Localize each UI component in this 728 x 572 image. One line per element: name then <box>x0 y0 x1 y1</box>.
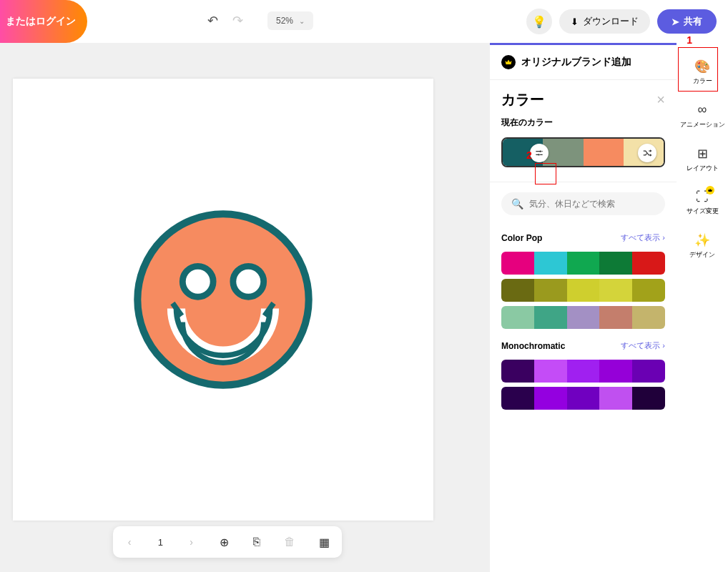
add-page-icon[interactable]: ⊕ <box>220 536 229 549</box>
current-color-label: 現在のカラー <box>490 114 677 132</box>
svg-point-1 <box>182 266 213 297</box>
category-color-pop: Color Pop <box>501 233 542 243</box>
palette-mono-2[interactable] <box>501 387 665 410</box>
edit-color-button[interactable] <box>530 144 549 162</box>
palette-pop-3[interactable] <box>501 306 665 329</box>
login-button[interactable]: またはログイン <box>0 0 87 43</box>
share-button[interactable]: ➤ 共有 <box>657 9 717 34</box>
download-label: ダウンロード <box>583 15 639 28</box>
page-navigation: ‹ 1 › ⊕ ⎘ 🗑 ▦ <box>113 526 342 558</box>
right-rail: 🎨 カラー ∞ アニメーション ⊞ レイアウト ⛶ サイズ変更 ✨ デザイン <box>677 43 728 572</box>
redo-icon: ↷ <box>232 13 243 29</box>
shuffle-color-button[interactable] <box>638 144 656 162</box>
next-page-button[interactable]: › <box>187 533 196 551</box>
sliders-icon <box>534 148 544 158</box>
rail-color[interactable]: 🎨 カラー <box>677 51 728 95</box>
zoom-dropdown[interactable]: 52% ⌄ <box>267 11 313 30</box>
shuffle-icon <box>642 148 652 158</box>
rail-layout[interactable]: ⊞ レイアウト <box>677 139 728 182</box>
close-icon[interactable]: × <box>656 92 665 108</box>
svg-point-5 <box>540 151 541 152</box>
right-panel: オリジナルブランド追加 カラー × 現在のカラー 🔍 Color Pop すべて… <box>490 43 677 572</box>
crown-badge-icon <box>501 55 516 69</box>
smiley-graphic[interactable] <box>133 209 313 390</box>
grid-view-icon[interactable]: ▦ <box>319 536 330 549</box>
layout-icon: ⊞ <box>694 146 710 162</box>
page-number: 1 <box>158 537 163 548</box>
magic-icon: ✨ <box>694 232 710 248</box>
zoom-value: 52% <box>276 16 293 26</box>
color-heading: カラー <box>501 90 544 109</box>
view-all-color-pop[interactable]: すべて表示 › <box>621 232 665 243</box>
chevron-down-icon: ⌄ <box>299 17 305 25</box>
send-icon: ➤ <box>672 16 679 27</box>
palette-icon: 🎨 <box>694 59 710 74</box>
rail-animation[interactable]: ∞ アニメーション <box>677 95 728 139</box>
share-label: 共有 <box>684 15 702 28</box>
lightbulb-icon: 💡 <box>532 15 546 29</box>
palette-pop-2[interactable] <box>501 279 665 302</box>
search-icon: 🔍 <box>511 198 523 209</box>
palette-pop-1[interactable] <box>501 252 665 275</box>
prev-page-button[interactable]: ‹ <box>125 533 134 551</box>
crown-mini-icon <box>706 186 714 194</box>
delete-page-icon: 🗑 <box>284 536 295 548</box>
category-monochromatic: Monochromatic <box>501 341 565 351</box>
current-color-row <box>501 137 665 167</box>
current-swatch-3[interactable] <box>584 139 624 166</box>
add-brand-label: オリジナルブランド追加 <box>521 56 631 69</box>
palette-mono-1[interactable] <box>501 360 665 383</box>
download-button[interactable]: ⬇ ダウンロード <box>559 9 650 34</box>
resize-icon: ⛶ <box>694 189 710 204</box>
search-input[interactable] <box>529 199 655 209</box>
rail-design[interactable]: ✨ デザイン <box>677 225 728 269</box>
color-search[interactable]: 🔍 <box>501 192 665 215</box>
svg-point-2 <box>233 266 264 297</box>
svg-point-6 <box>538 154 539 155</box>
duplicate-page-icon[interactable]: ⎘ <box>253 536 260 548</box>
animation-icon: ∞ <box>694 102 710 118</box>
undo-icon[interactable]: ↶ <box>207 13 218 29</box>
lightbulb-button[interactable]: 💡 <box>526 9 552 34</box>
current-swatch-2[interactable] <box>543 139 583 166</box>
add-brand-button[interactable]: オリジナルブランド追加 <box>490 45 677 80</box>
download-icon: ⬇ <box>571 16 579 27</box>
view-all-monochromatic[interactable]: すべて表示 › <box>621 340 665 351</box>
rail-resize[interactable]: ⛶ サイズ変更 <box>677 182 728 225</box>
canvas[interactable] <box>13 79 433 521</box>
